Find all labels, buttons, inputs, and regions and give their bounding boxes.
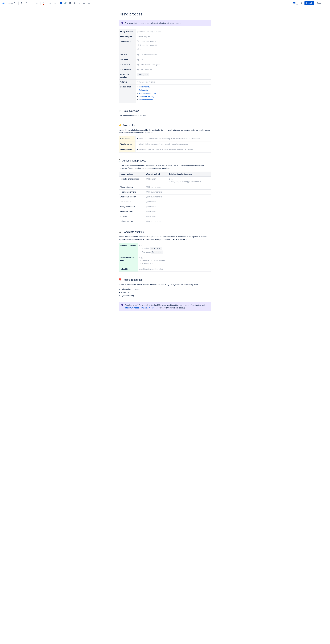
label-job-rec-link: Job rec link (119, 62, 136, 67)
list-item[interactable]: Systems training (119, 294, 211, 297)
note-icon: 🗒 (121, 22, 123, 24)
align-button[interactable]: ≡▾ (35, 1, 39, 5)
job-info-table[interactable]: Hiring manager@ mention the hiring manag… (119, 29, 211, 103)
panel-text[interactable]: This template is brought to you by Indee… (125, 22, 181, 24)
label-job-level: Job level (119, 57, 136, 62)
publish-button[interactable]: Publish (304, 1, 314, 5)
tracking-body[interactable]: Include links to locations where the hir… (119, 236, 211, 241)
first-round-date[interactable]: Jan 29, 2020 (151, 250, 163, 254)
indeed-partner-link[interactable]: http://www.indeed.com/partner/confluence (125, 307, 158, 309)
recruiting-lead-value[interactable]: @ Recruiting lead (137, 36, 151, 38)
bullet-list-button[interactable]: ⦁≡ (48, 1, 52, 5)
table-row: In-person interviews@ Interview panelist (119, 190, 211, 194)
table-row: Onboarding plan@ Hiring manager (119, 219, 211, 224)
toc-link[interactable]: Role overview (139, 86, 150, 88)
heading-resources[interactable]: ❤️Helpful resources (119, 278, 211, 282)
info-panel-bottom: 🗒 Template all set? Pat yourself on the … (119, 302, 211, 311)
resources-list[interactable]: LinkedIn insights report Market data Sys… (119, 288, 211, 297)
tracking-table[interactable]: Expected Timeline e.g., Sourcing: Jan 15… (119, 243, 211, 272)
label-referrer: Referrer (119, 80, 136, 84)
panel-text[interactable]: Template all set? Pat yourself on the ba… (125, 304, 209, 309)
telescope-icon: 🔭 (119, 159, 121, 162)
heading-role-overview[interactable]: 📋Role overview (119, 109, 211, 113)
chevron-down-icon: ▾ (16, 2, 16, 4)
clipboard-icon: 📋 (119, 109, 121, 112)
col-details: Details / Sample Questions (168, 172, 211, 176)
text-style-select[interactable]: Heading 2 ▾ (6, 1, 18, 5)
list-item[interactable]: Market data (119, 291, 211, 294)
label-job-title: Job title (119, 52, 136, 57)
label-must-haves: Must-haves (119, 136, 136, 142)
label-job-location: Job location (119, 67, 136, 72)
mention-button[interactable]: @ (73, 1, 77, 5)
interviewers-cell[interactable]: @ Interview panelist 1 @ Interview panel… (136, 39, 211, 52)
editor-toolbar: Heading 2 ▾ B I ⋯ ≡▾ A▾ ⦁≡ 1≡ ✓ 🔗 🖼 @ ☺ … (0, 0, 330, 6)
assessment-table[interactable]: Interview stage Who is involved Details … (119, 172, 211, 224)
table-row: Job offer@ Recruiter (119, 214, 211, 219)
sourcing-date[interactable]: Jan 15, 2020 (150, 247, 162, 250)
target-hire-date[interactable]: Feb 12, 2020 (137, 73, 149, 76)
link-button[interactable]: 🔗 (63, 1, 68, 5)
toc-link[interactable]: Candidate tracking (139, 96, 154, 98)
insert-button[interactable]: +▾ (91, 1, 95, 5)
heading-candidate-tracking[interactable]: ♟️Candidate tracking (119, 230, 211, 234)
table-button[interactable]: ⊞ (82, 1, 86, 5)
toc-link[interactable]: Helpful resources (139, 99, 153, 101)
note-icon: 🗒 (121, 304, 123, 306)
table-row: Phone interview@ Hiring manager (119, 184, 211, 190)
italic-button[interactable]: I (24, 1, 28, 5)
toc-link[interactable]: Assessment process (139, 92, 156, 94)
label-on-this-page: On this page (119, 84, 136, 103)
document-content[interactable]: Hiring process 🗒 This template is brough… (116, 6, 214, 319)
checkbox[interactable] (137, 40, 139, 42)
image-button[interactable]: 🖼 (68, 1, 72, 5)
bold-button[interactable]: B (20, 1, 24, 5)
indeed-link-value[interactable]: e.g., https://www.indeed.jobs/ (139, 268, 163, 270)
role-profile-body[interactable]: Include the key attributes required for … (119, 129, 211, 134)
col-interview-stage: Interview stage (119, 172, 145, 176)
col-who-involved: Who is involved (145, 172, 168, 176)
assessment-body[interactable]: Outline what the assessment process will… (119, 164, 211, 170)
emoji-button[interactable]: ☺ (77, 1, 82, 5)
text-color-button[interactable]: A▾ (42, 1, 46, 5)
page-title[interactable]: Hiring process (119, 12, 211, 17)
label-indeed-link: Indeed Link (119, 266, 138, 272)
job-level-value[interactable]: e.g., P6 (137, 58, 143, 61)
list-item[interactable]: LinkedIn insights report (119, 288, 211, 291)
toc-link[interactable]: Role profile (139, 89, 148, 91)
hiring-manager-value[interactable]: @ mention the hiring manager (137, 30, 161, 32)
label-recruiting-lead: Recruiting lead (119, 34, 136, 39)
job-rec-link-value[interactable]: e.g., https://www.indeed.jobs/ (137, 64, 160, 66)
more-formatting-button[interactable]: ⋯ (29, 1, 33, 5)
table-row: Reference check@ Recruiter (119, 209, 211, 214)
more-actions-button[interactable]: ⋯ (324, 1, 328, 5)
collaborators: CK + (293, 2, 298, 5)
table-row: Whiteboard session@ Interview panelist (119, 194, 211, 199)
job-title-value[interactable]: e.g., Sr. Business Analyst (137, 54, 157, 56)
label-hiring-manager: Hiring manager (119, 29, 136, 34)
table-row: Recruiter phone screen@ Recruitere.g.,Wh… (119, 176, 211, 184)
toc-cell: Role overview Role profile Assessment pr… (136, 84, 211, 103)
label-selling-points: Selling points (119, 147, 136, 152)
action-item-button[interactable]: ✓ (59, 1, 63, 5)
table-row: Group debrief@ Recruiter (119, 199, 211, 204)
info-panel-top: 🗒 This template is brought to you by Ind… (119, 20, 211, 26)
checkbox[interactable] (137, 44, 139, 46)
confluence-logo-icon (2, 2, 5, 5)
label-communication-plan: Communication Plan (119, 255, 138, 266)
role-profile-table[interactable]: Must-havesThink about which skills are m… (119, 136, 211, 152)
checkbox[interactable] (137, 48, 139, 50)
label-expected-timeline: Expected Timeline (119, 243, 138, 255)
add-collaborator-button[interactable]: + (295, 2, 298, 5)
resources-body[interactable]: Include any resources you think would be… (119, 283, 211, 286)
request-changes-icon[interactable] (299, 1, 303, 5)
referrer-value[interactable]: @ mention the referrer (137, 81, 155, 83)
heading-role-profile[interactable]: 👌Role profile (119, 123, 211, 127)
label-interviewers: Interviewers (119, 39, 136, 52)
heading-assessment[interactable]: 🔭Assessment process (119, 159, 211, 162)
close-button[interactable]: Close (315, 1, 323, 5)
job-location-value[interactable]: e.g., San Francisco (137, 68, 152, 70)
number-list-button[interactable]: 1≡ (53, 1, 57, 5)
role-overview-body[interactable]: Give a brief description of the role. (119, 114, 211, 117)
layout-button[interactable]: ▯▯ (87, 1, 91, 5)
